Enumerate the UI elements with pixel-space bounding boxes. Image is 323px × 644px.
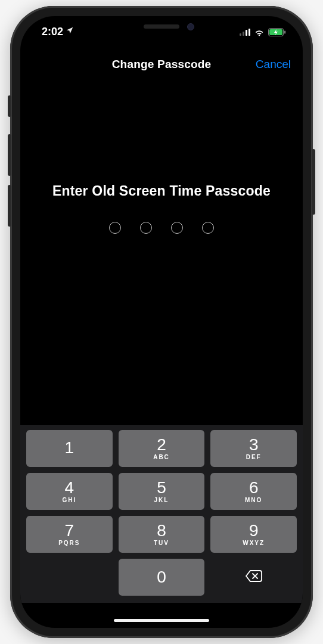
nav-bar: Change Passcode Cancel bbox=[20, 51, 303, 78]
keypad-key-7[interactable]: 7 PQRS bbox=[26, 516, 113, 553]
speaker-grille bbox=[144, 24, 179, 29]
keypad-key-0[interactable]: 0 bbox=[119, 559, 205, 596]
key-letters: GHI bbox=[62, 497, 76, 503]
key-digit: 4 bbox=[65, 479, 74, 496]
passcode-prompt: Enter Old Screen Time Passcode bbox=[20, 183, 303, 234]
volume-down-button bbox=[8, 185, 11, 227]
keypad-key-2[interactable]: 2 ABC bbox=[119, 430, 205, 467]
key-digit: 1 bbox=[65, 439, 74, 456]
key-digit: 0 bbox=[157, 569, 166, 586]
keypad-spacer bbox=[26, 559, 113, 596]
keypad-key-5[interactable]: 5 JKL bbox=[119, 473, 205, 510]
keypad-key-3[interactable]: 3 DEF bbox=[210, 430, 297, 467]
cancel-button[interactable]: Cancel bbox=[256, 58, 291, 71]
keypad-key-8[interactable]: 8 TUV bbox=[119, 516, 205, 553]
volume-up-button bbox=[8, 134, 11, 176]
wifi-icon bbox=[254, 28, 265, 36]
key-letters: MNO bbox=[245, 497, 262, 503]
key-digit: 7 bbox=[65, 522, 74, 539]
mute-switch bbox=[8, 95, 11, 117]
battery-charging-icon bbox=[268, 28, 286, 36]
key-digit: 5 bbox=[157, 479, 166, 496]
keypad-delete-button[interactable] bbox=[210, 559, 297, 596]
notch bbox=[93, 16, 230, 36]
keypad-key-6[interactable]: 6 MNO bbox=[210, 473, 297, 510]
key-digit: 9 bbox=[249, 522, 259, 539]
key-letters: WXYZ bbox=[243, 540, 265, 546]
passcode-dots bbox=[20, 222, 303, 234]
phone-frame: 2:02 bbox=[10, 6, 313, 638]
prompt-text: Enter Old Screen Time Passcode bbox=[20, 183, 303, 199]
power-button bbox=[312, 149, 315, 215]
passcode-dot bbox=[202, 222, 214, 234]
svg-rect-2 bbox=[284, 30, 285, 33]
cellular-signal-icon bbox=[240, 29, 250, 36]
delete-icon bbox=[245, 569, 263, 585]
key-digit: 6 bbox=[249, 479, 259, 496]
screen: 2:02 bbox=[20, 16, 303, 628]
key-letters: PQRS bbox=[58, 540, 80, 546]
status-time: 2:02 bbox=[42, 26, 63, 38]
numeric-keypad: 1 2 ABC 3 DEF 4 GHI 5 JKL 6 MNO bbox=[20, 425, 303, 603]
passcode-dot bbox=[109, 222, 121, 234]
key-letters: DEF bbox=[246, 454, 262, 460]
keypad-key-1[interactable]: 1 bbox=[26, 430, 113, 467]
key-digit: 8 bbox=[157, 522, 166, 539]
key-letters: TUV bbox=[154, 540, 169, 546]
key-letters: JKL bbox=[154, 497, 169, 503]
location-arrow-icon bbox=[66, 26, 74, 36]
passcode-dot bbox=[171, 222, 183, 234]
home-indicator[interactable] bbox=[114, 619, 209, 622]
keypad-key-4[interactable]: 4 GHI bbox=[26, 473, 113, 510]
key-letters: ABC bbox=[153, 454, 170, 460]
keypad-key-9[interactable]: 9 WXYZ bbox=[210, 516, 297, 553]
page-title: Change Passcode bbox=[112, 58, 212, 71]
key-digit: 2 bbox=[157, 436, 166, 453]
key-digit: 3 bbox=[249, 436, 259, 453]
front-camera bbox=[187, 23, 194, 30]
passcode-dot bbox=[140, 222, 152, 234]
